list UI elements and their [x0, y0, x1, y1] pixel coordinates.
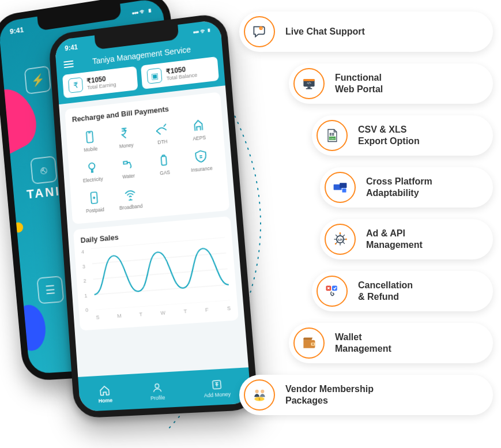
service-gas[interactable]: GAS: [146, 149, 183, 179]
x-tick: F: [205, 307, 209, 315]
tap-icon: ☰: [36, 276, 64, 304]
service-water[interactable]: Water: [110, 152, 146, 183]
feature-label: FunctionalWeb Portal: [335, 72, 383, 95]
svg-point-44: [255, 390, 259, 393]
svg-rect-16: [306, 88, 312, 89]
feature-ad-api-management[interactable]: APIAd & APIManagement: [320, 219, 493, 259]
status-time: 9:41: [65, 43, 78, 52]
service-label: GAS: [160, 170, 170, 176]
feature-live-chat-support[interactable]: ?Live Chat Support: [239, 12, 493, 52]
x-tick: S: [227, 305, 231, 314]
insurance-icon: [193, 148, 209, 165]
home-icon: [99, 385, 111, 397]
feature-cancellation-refund[interactable]: Cancellation& Refund: [312, 271, 493, 311]
x-tick: T: [183, 308, 187, 317]
svg-rect-2: [161, 156, 167, 165]
feature-functional-web-portal[interactable]: </>FunctionalWeb Portal: [289, 63, 493, 104]
mobile-icon: [82, 129, 98, 145]
svg-line-6: [93, 269, 228, 279]
recharge-section: Recharge and Bill Payments MobileMoneyDT…: [65, 92, 229, 224]
feature-wallet-management[interactable]: WalletManagement: [289, 323, 493, 363]
decorative-blue-shape: [13, 304, 47, 352]
nav-profile[interactable]: Profile: [149, 382, 165, 401]
feature-cross-platform-adaptability[interactable]: Cross PlatformAdaptability: [320, 167, 493, 208]
service-label: Mobile: [84, 146, 98, 153]
aeps-icon: [190, 117, 206, 134]
svg-line-7: [92, 253, 226, 264]
svg-point-43: [312, 344, 314, 345]
y-tick: 0: [85, 307, 93, 313]
y-tick: 4: [81, 249, 89, 255]
feature-csv-xls-export-option[interactable]: CSVCSV & XLSExport Option: [312, 115, 493, 156]
money-icon: [118, 125, 133, 141]
svg-rect-41: [332, 285, 337, 291]
svg-rect-22: [330, 134, 332, 135]
x-tick: W: [160, 310, 165, 318]
service-label: Broadband: [119, 203, 143, 211]
svg-text:$: $: [259, 397, 261, 401]
feature-icon: ?: [244, 16, 275, 47]
svg-rect-15: [307, 86, 310, 88]
svg-point-45: [261, 390, 264, 393]
service-label: AEPS: [193, 134, 206, 141]
postpaid-icon: [86, 190, 102, 206]
y-tick: 2: [83, 277, 91, 284]
sales-chart: [91, 237, 230, 310]
status-time: 9:41: [9, 25, 24, 36]
svg-rect-25: [340, 183, 346, 188]
plug-icon: ⚡: [24, 66, 51, 95]
feature-icon: CSV: [317, 120, 348, 151]
usb-icon: ⎋: [30, 156, 58, 185]
status-indicators: ••• ᯤ ▮: [193, 27, 210, 37]
service-label: DTH: [157, 138, 168, 145]
nav-add-money[interactable]: Add Money: [203, 378, 231, 398]
svg-point-37: [340, 232, 341, 234]
service-label: Insurance: [191, 165, 213, 173]
feature-label: Cancellation& Refund: [358, 280, 413, 303]
y-tick: 3: [82, 263, 91, 269]
svg-point-9: [155, 384, 159, 388]
water-icon: [120, 156, 135, 172]
nav-home[interactable]: Home: [97, 385, 113, 404]
dth-icon: [154, 121, 169, 137]
feature-label: Cross PlatformAdaptability: [366, 176, 432, 199]
gas-icon: [156, 152, 172, 168]
bottom-nav: Home Profile Add Money: [78, 367, 251, 412]
svg-point-38: [345, 239, 347, 240]
svg-line-34: [343, 242, 345, 244]
wallet-icon: ▣: [146, 67, 162, 84]
svg-point-1: [89, 163, 95, 170]
service-label: Money: [119, 142, 134, 149]
feature-label: CSV & XLSExport Option: [358, 124, 420, 147]
feature-label: WalletManagement: [335, 332, 391, 355]
electricity-icon: [84, 159, 100, 175]
service-insurance[interactable]: Insurance: [183, 145, 220, 176]
feature-icon: </>: [293, 68, 325, 99]
service-dth[interactable]: DTH: [144, 118, 180, 149]
rupee-icon: ₹: [68, 77, 83, 93]
x-tick: S: [96, 314, 100, 322]
x-tick: T: [139, 311, 142, 319]
daily-sales-card: Daily Sales 43210 SMTWTFS: [73, 216, 239, 331]
feature-icon: [317, 276, 348, 307]
x-tick: M: [117, 313, 122, 322]
service-label: Electricity: [83, 176, 103, 183]
feature-icon: $: [244, 379, 275, 411]
feature-vendor-membership-packages[interactable]: $Vendor MembershipPackages: [239, 375, 493, 415]
svg-line-33: [336, 235, 337, 236]
svg-rect-26: [342, 189, 346, 193]
broadband-icon: [122, 186, 138, 202]
foreground-phone: 9:41 ••• ᯤ ▮ Taniya Management Service ₹…: [48, 12, 259, 418]
service-money[interactable]: Money: [108, 122, 144, 152]
feature-icon: [293, 327, 325, 359]
service-mobile[interactable]: Mobile: [73, 126, 108, 156]
feature-label: Ad & APIManagement: [366, 228, 423, 251]
service-broadband[interactable]: Broadband: [112, 183, 148, 214]
service-electricity[interactable]: Electricity: [75, 156, 110, 187]
status-indicators: ••• ᯤ ▮: [131, 6, 152, 17]
service-aeps[interactable]: AEPS: [180, 114, 217, 145]
service-label: Postpaid: [86, 206, 104, 214]
decorative-yellow-dot: [13, 222, 23, 233]
svg-rect-23: [332, 134, 334, 135]
service-postpaid[interactable]: Postpaid: [77, 187, 112, 217]
